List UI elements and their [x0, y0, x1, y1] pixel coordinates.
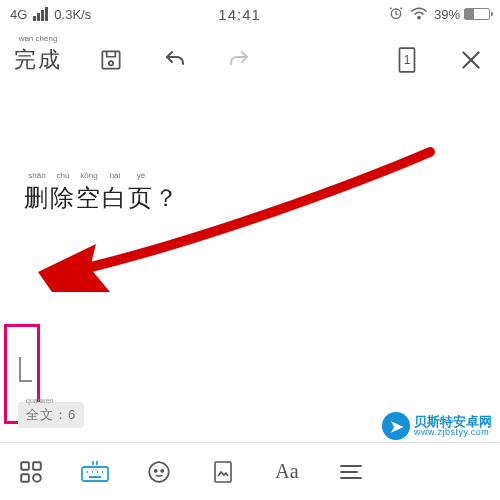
svg-point-3 — [109, 61, 113, 65]
status-left: 4G 0.3K/s — [10, 7, 91, 22]
more-menu-button[interactable] — [334, 455, 368, 489]
svg-rect-9 — [33, 474, 41, 482]
site-watermark: ➤ 贝斯特安卓网 www.zjbstyy.com — [382, 412, 492, 440]
signal-icon — [33, 7, 48, 21]
editor-canvas[interactable]: shān删chú除kōng空bái白yè页？ — [0, 92, 500, 432]
grid-button[interactable] — [14, 455, 48, 489]
svg-point-11 — [149, 462, 169, 482]
network-speed: 0.3K/s — [54, 7, 91, 22]
status-bar: 4G 0.3K/s 14:41 39% — [0, 0, 500, 28]
done-button[interactable]: wán chéng完成 — [14, 45, 62, 75]
battery-indicator: 39% — [434, 7, 490, 22]
word-count-pill[interactable]: quán全wén文：6 — [18, 402, 84, 428]
done-pinyin: wán chéng — [14, 34, 62, 43]
insert-image-button[interactable] — [206, 455, 240, 489]
svg-rect-6 — [21, 462, 29, 470]
text-cursor — [18, 355, 34, 389]
watermark-logo-icon: ➤ — [382, 412, 410, 440]
font-icon-label: Aa — [275, 460, 298, 483]
svg-rect-10 — [82, 467, 108, 481]
done-label: 完成 — [14, 47, 62, 72]
svg-point-1 — [418, 16, 420, 18]
status-right: 39% — [388, 5, 490, 24]
watermark-url: www.zjbstyy.com — [414, 428, 492, 437]
annotation-arrow — [0, 92, 500, 432]
status-time: 14:41 — [218, 6, 261, 23]
alarm-icon — [388, 5, 404, 24]
svg-point-12 — [155, 469, 157, 471]
font-button[interactable]: Aa — [270, 455, 304, 489]
wifi-icon — [410, 6, 428, 23]
page-number: 1 — [404, 53, 411, 67]
svg-point-13 — [161, 469, 163, 471]
svg-rect-8 — [21, 474, 29, 482]
editor-toolbar: wán chéng完成 1 — [0, 28, 500, 92]
document-headline: shān删chú除kōng空bái白yè页？ — [24, 182, 476, 214]
svg-rect-14 — [215, 462, 231, 482]
svg-rect-7 — [33, 462, 41, 470]
page-indicator-button[interactable]: 1 — [392, 45, 422, 75]
undo-button[interactable] — [160, 45, 190, 75]
battery-icon — [464, 8, 490, 20]
svg-marker-5 — [38, 244, 110, 292]
save-button[interactable] — [96, 45, 126, 75]
close-button[interactable] — [456, 45, 486, 75]
bottom-toolbar: Aa — [0, 442, 500, 500]
battery-pct: 39% — [434, 7, 460, 22]
voice-button[interactable] — [142, 455, 176, 489]
network-type: 4G — [10, 7, 27, 22]
keyboard-button[interactable] — [78, 455, 112, 489]
redo-button[interactable] — [224, 45, 254, 75]
